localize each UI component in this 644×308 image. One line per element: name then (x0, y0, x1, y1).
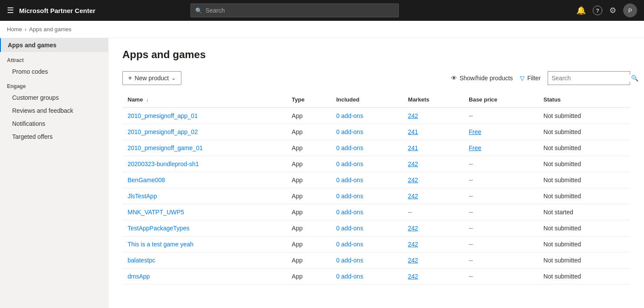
notification-icon[interactable]: 🔔 (576, 6, 586, 15)
included-link[interactable]: 0 add-ons (336, 273, 363, 280)
product-type-cell: App (286, 172, 331, 188)
price-link[interactable]: Free (469, 128, 481, 135)
product-name-cell: MNK_VATPT_UWP5 (122, 204, 286, 220)
filter-icon: ▽ (520, 75, 525, 82)
new-product-label: New product (135, 75, 169, 82)
product-type-cell: App (286, 236, 331, 252)
markets-link[interactable]: 242 (408, 241, 418, 248)
product-price-cell: -- (463, 188, 538, 204)
product-name-cell: 20200323-bundleprod-sh1 (122, 156, 286, 172)
table-row: This is a test game yeahApp0 add-ons242-… (122, 236, 630, 252)
product-name-link[interactable]: 2010_pmesignoff_app_02 (128, 128, 198, 135)
table-search-icon[interactable]: 🔍 (631, 71, 638, 85)
markets-link[interactable]: 242 (408, 257, 418, 264)
sidebar-item-targeted-offers[interactable]: Targeted offers (0, 130, 108, 143)
markets-link[interactable]: 242 (408, 177, 418, 183)
sidebar-item-customer-groups[interactable]: Customer groups (0, 91, 108, 104)
col-included: Included (331, 92, 403, 108)
included-link[interactable]: 0 add-ons (336, 112, 363, 119)
breadcrumb-separator: › (25, 26, 26, 33)
product-status-cell: Not submitted (538, 252, 630, 269)
product-included-cell: 0 add-ons (331, 188, 403, 204)
markets-link[interactable]: 241 (408, 128, 418, 135)
product-name-cell: TestAppPackageTypes (122, 220, 286, 236)
global-search-bar[interactable]: 🔍 (191, 3, 399, 17)
help-icon[interactable]: ? (593, 6, 602, 15)
sidebar-item-promo-codes[interactable]: Promo codes (0, 65, 108, 78)
table-search-box[interactable]: 🔍 (548, 71, 630, 85)
table-row: 2010_pmesignoff_app_02App0 add-ons241Fre… (122, 124, 630, 140)
product-markets-cell: 242 (403, 269, 463, 285)
markets-link[interactable]: 242 (408, 225, 418, 232)
chevron-down-icon: ⌄ (171, 75, 176, 81)
product-name-link[interactable]: 2010_pmesignoff_app_01 (128, 112, 198, 119)
product-included-cell: 0 add-ons (331, 172, 403, 188)
product-markets-cell: 242 (403, 108, 463, 124)
price-link[interactable]: Free (469, 144, 481, 151)
global-search-input[interactable] (206, 7, 394, 14)
product-name-link[interactable]: 2010_pmesignoff_game_01 (128, 144, 203, 151)
product-status-cell: Not submitted (538, 140, 630, 156)
markets-link[interactable]: 242 (408, 193, 418, 200)
included-link[interactable]: 0 add-ons (336, 161, 363, 167)
product-name-link[interactable]: This is a test game yeah (128, 241, 194, 248)
hamburger-icon[interactable]: ☰ (7, 6, 14, 15)
product-name-cell: 2010_pmesignoff_game_01 (122, 140, 286, 156)
included-link[interactable]: 0 add-ons (336, 144, 363, 151)
product-status-cell: Not started (538, 204, 630, 220)
product-included-cell: 0 add-ons (331, 108, 403, 124)
plus-icon: + (128, 74, 132, 82)
col-type: Type (286, 92, 331, 108)
product-type-cell: App (286, 204, 331, 220)
product-name-link[interactable]: balatestpc (128, 257, 155, 264)
show-hide-products-button[interactable]: 👁 Show/hide products (451, 75, 513, 82)
sidebar-item-label: Apps and games (8, 42, 56, 49)
product-name-link[interactable]: TestAppPackageTypes (128, 225, 189, 232)
markets-link[interactable]: 242 (408, 112, 418, 119)
main-content: Apps and games + New product ⌄ 👁 Show/hi… (108, 38, 644, 308)
included-link[interactable]: 0 add-ons (336, 225, 363, 232)
col-markets: Markets (403, 92, 463, 108)
product-markets-cell: 241 (403, 124, 463, 140)
product-name-link[interactable]: 20200323-bundleprod-sh1 (128, 161, 199, 167)
included-link[interactable]: 0 add-ons (336, 128, 363, 135)
markets-link[interactable]: 242 (408, 273, 418, 280)
product-status-cell: Not submitted (538, 220, 630, 236)
product-name-link[interactable]: JlsTestApp (128, 193, 157, 200)
table-row: MNK_VATPT_UWP5App0 add-ons----Not starte… (122, 204, 630, 220)
markets-link[interactable]: 242 (408, 161, 418, 167)
sidebar-section-attract: Attract (0, 52, 108, 65)
breadcrumb-home[interactable]: Home (7, 26, 22, 33)
table-search-input[interactable] (548, 75, 631, 82)
included-link[interactable]: 0 add-ons (336, 193, 363, 200)
included-link[interactable]: 0 add-ons (336, 241, 363, 248)
sidebar-item-apps-and-games[interactable]: Apps and games (0, 38, 108, 52)
col-name[interactable]: Name ↓ (122, 92, 286, 108)
sidebar-item-reviews-feedback[interactable]: Reviews and feedback (0, 104, 108, 117)
product-markets-cell: 241 (403, 140, 463, 156)
product-price-cell: -- (463, 220, 538, 236)
filter-button[interactable]: ▽ Filter (520, 75, 541, 82)
product-price-cell: -- (463, 108, 538, 124)
product-status-cell: Not submitted (538, 236, 630, 252)
product-name-link[interactable]: BenGame008 (128, 177, 165, 183)
table-row: JlsTestAppApp0 add-ons242--Not submitted (122, 188, 630, 204)
product-price-cell: Free (463, 140, 538, 156)
product-type-cell: App (286, 220, 331, 236)
included-link[interactable]: 0 add-ons (336, 209, 363, 216)
filter-label: Filter (527, 75, 541, 82)
markets-link[interactable]: 241 (408, 144, 418, 151)
product-name-link[interactable]: MNK_VATPT_UWP5 (128, 209, 184, 216)
product-name-link[interactable]: dmsApp (128, 273, 150, 280)
table-row: dmsAppApp0 add-ons242--Not submitted (122, 269, 630, 285)
table-row: 2010_pmesignoff_app_01App0 add-ons242--N… (122, 108, 630, 124)
settings-icon[interactable]: ⚙ (609, 6, 616, 15)
product-type-cell: App (286, 108, 331, 124)
product-markets-cell: -- (403, 204, 463, 220)
new-product-button[interactable]: + New product ⌄ (122, 71, 181, 85)
included-link[interactable]: 0 add-ons (336, 257, 363, 264)
sidebar-item-notifications[interactable]: Notifications (0, 117, 108, 130)
avatar[interactable]: P (623, 3, 637, 17)
included-link[interactable]: 0 add-ons (336, 177, 363, 183)
top-nav: ☰ Microsoft Partner Center 🔍 🔔 ? ⚙ P (0, 0, 644, 21)
